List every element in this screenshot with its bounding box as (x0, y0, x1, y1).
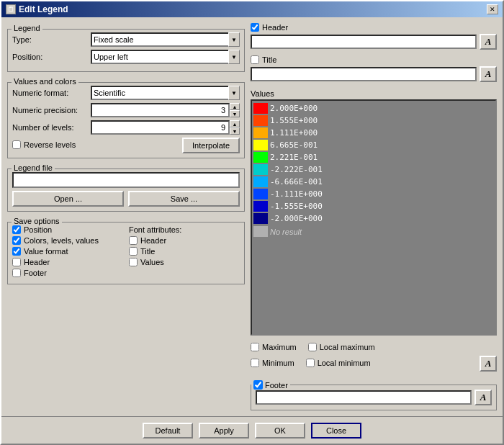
numeric-format-select-wrapper: Scientific Fixed General ▼ (91, 86, 240, 100)
color-swatch (253, 152, 268, 163)
value-text: 2.000E+000 (270, 104, 318, 113)
color-swatch (253, 189, 268, 199)
local-maximum-checkbox[interactable] (308, 343, 317, 351)
color-swatch (253, 127, 268, 138)
color-swatch (253, 140, 268, 150)
value-text: -1.111E+000 (270, 189, 323, 199)
close-dialog-button[interactable]: Close (311, 423, 361, 439)
color-swatch (253, 164, 268, 175)
save-left-col: Position Colors, levels, values Value fo… (12, 225, 123, 279)
bottom-bar: Default Apply OK Close (1, 416, 503, 444)
save-options-columns: Position Colors, levels, values Value fo… (12, 225, 240, 279)
title-input-row: A (251, 66, 497, 82)
default-button[interactable]: Default (143, 423, 193, 439)
value-row: -6.666E-001 (253, 176, 494, 188)
type-label: Type: (12, 35, 88, 44)
close-button[interactable]: ✕ (487, 4, 498, 14)
font-title-label: Title (140, 247, 155, 256)
numeric-format-select[interactable]: Scientific Fixed General (91, 86, 240, 100)
reverse-interpolate-row: Reverse levels Interpolate (12, 138, 240, 153)
apply-button[interactable]: Apply (199, 423, 249, 439)
local-minimum-row: Local minimum (306, 359, 371, 367)
value-format-save-row: Value format (12, 247, 123, 256)
value-text: -1.555E+000 (270, 202, 323, 211)
reverse-levels-checkbox[interactable] (12, 140, 21, 149)
value-row: 2.000E+000 (253, 102, 494, 114)
value-row: -2.222E-001 (253, 163, 494, 176)
font-values-checkbox[interactable] (129, 258, 138, 266)
value-format-save-checkbox[interactable] (12, 247, 21, 256)
type-select[interactable]: Fixed scale Automatic User defined (91, 32, 240, 47)
header-checkbox[interactable] (251, 23, 259, 32)
type-select-wrapper: Fixed scale Automatic User defined ▼ (91, 32, 240, 47)
footer-checkbox[interactable] (253, 380, 263, 390)
levels-down-btn[interactable]: ▼ (230, 127, 240, 135)
local-minimum-checkbox[interactable] (306, 359, 315, 367)
header-save-checkbox[interactable] (12, 258, 21, 266)
save-file-button[interactable]: Save ... (128, 191, 240, 207)
colors-save-label: Colors, levels, values (24, 236, 99, 245)
title-checkbox[interactable] (251, 55, 259, 64)
header-a-button[interactable]: A (480, 34, 497, 50)
minimum-checkbox[interactable] (251, 359, 259, 367)
footer-input-row: A (256, 390, 492, 405)
header-input[interactable] (251, 35, 477, 49)
open-button[interactable]: Open ... (12, 191, 124, 207)
ok-button[interactable]: OK (255, 423, 305, 439)
precision-up-btn[interactable]: ▲ (230, 103, 240, 110)
save-options-group: Save options Position Colors, levels, va… (7, 222, 245, 284)
color-swatch (253, 213, 268, 224)
save-options-label: Save options (12, 217, 62, 225)
value-text: 2.221E-001 (270, 153, 318, 162)
minmax-a-button[interactable]: A (480, 356, 497, 372)
header-section: Header A (251, 23, 497, 50)
font-header-checkbox[interactable] (129, 236, 138, 245)
header-check-label: Header (262, 23, 288, 32)
footer-label-area: Footer (251, 380, 290, 390)
no-result-row: No result (253, 225, 494, 238)
numeric-format-label: Numeric format: (12, 89, 88, 97)
min-checkboxes: Minimum Local minimum (251, 359, 371, 369)
num-levels-input[interactable] (91, 120, 230, 135)
value-row: -1.555E+000 (253, 200, 494, 212)
minimum-label: Minimum (262, 359, 294, 367)
legend-file-input[interactable] (12, 172, 240, 188)
maximum-row: Maximum (251, 343, 297, 351)
footer-save-checkbox[interactable] (12, 269, 21, 277)
position-save-checkbox[interactable] (12, 225, 21, 234)
local-maximum-label: Local maximum (320, 343, 375, 351)
numeric-precision-input[interactable] (91, 103, 230, 117)
title-bar-controls: ✕ (487, 4, 498, 14)
footer-section: Footer A (251, 379, 497, 410)
maximum-checkbox[interactable] (251, 343, 259, 351)
font-header-label: Header (140, 236, 166, 245)
min-max-section: Maximum Local maximum Minimum (251, 343, 497, 372)
footer-input[interactable] (256, 390, 472, 405)
reverse-levels-row: Reverse levels (12, 140, 76, 149)
values-colors-label: Values and colors (12, 77, 78, 86)
precision-down-btn[interactable]: ▼ (230, 110, 240, 117)
title-a-button[interactable]: A (480, 66, 497, 82)
value-format-save-label: Value format (24, 247, 68, 256)
left-panel: Legend Type: Fixed scale Automatic User … (7, 23, 245, 410)
numeric-format-row: Numeric format: Scientific Fixed General… (12, 86, 240, 100)
color-swatch (253, 115, 268, 126)
main-content: Legend Type: Fixed scale Automatic User … (1, 17, 503, 416)
num-levels-row: Number of levels: ▲ ▼ (12, 120, 240, 135)
window-title: Edit Legend (19, 4, 68, 14)
footer-a-button[interactable]: A (474, 390, 492, 405)
font-title-checkbox[interactable] (129, 247, 138, 256)
footer-check-label: Footer (265, 381, 288, 390)
levels-up-btn[interactable]: ▲ (230, 120, 240, 127)
values-section: Values 2.000E+000 1.555E+000 1.111E+000 … (251, 89, 497, 336)
header-save-label: Header (24, 258, 50, 266)
title-input[interactable] (251, 67, 477, 81)
position-select[interactable]: Upper left Upper right Lower left Lower … (91, 50, 240, 64)
colors-save-checkbox[interactable] (12, 236, 21, 245)
font-values-row: Values (129, 258, 240, 266)
interpolate-button[interactable]: Interpolate (182, 138, 240, 153)
legend-file-group: Legend file Open ... Save ... (7, 168, 245, 212)
num-levels-spinbtns: ▲ ▼ (230, 120, 240, 135)
position-save-row: Position (12, 225, 123, 234)
footer-save-row: Footer (12, 269, 123, 277)
